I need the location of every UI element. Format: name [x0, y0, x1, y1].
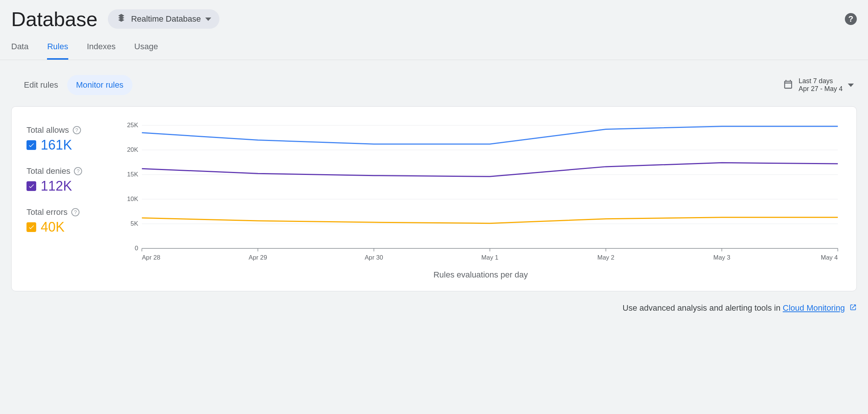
page-header: Database Realtime Database ? — [0, 0, 868, 31]
legend-denies-label: Total denies — [26, 166, 70, 176]
rules-chart: 05K10K15K20K25KApr 28Apr 29Apr 30May 1Ma… — [120, 122, 842, 263]
legend-errors: Total errors ? 40K — [26, 207, 112, 235]
svg-text:May 1: May 1 — [481, 254, 499, 261]
database-selector-label: Realtime Database — [131, 14, 201, 24]
subtab-edit-rules[interactable]: Edit rules — [15, 75, 67, 95]
svg-text:Apr 30: Apr 30 — [365, 254, 383, 261]
svg-text:10K: 10K — [127, 195, 139, 203]
calendar-icon — [783, 79, 793, 91]
svg-text:May 3: May 3 — [713, 254, 730, 261]
legend-allows-label: Total allows — [26, 125, 69, 135]
chart-area: 05K10K15K20K25KApr 28Apr 29Apr 30May 1Ma… — [120, 122, 842, 280]
subtab-monitor-rules[interactable]: Monitor rules — [67, 75, 132, 95]
chevron-down-icon — [848, 84, 854, 87]
page-title: Database — [11, 7, 97, 31]
svg-text:20K: 20K — [127, 146, 139, 153]
chart-x-axis-title: Rules evaluations per day — [120, 270, 842, 280]
database-selector[interactable]: Realtime Database — [108, 9, 219, 29]
svg-text:15K: 15K — [127, 171, 139, 178]
date-range-dates: Apr 27 - May 4 — [799, 85, 843, 93]
checkbox-errors[interactable] — [26, 222, 36, 232]
svg-text:0: 0 — [135, 245, 138, 252]
tab-data[interactable]: Data — [11, 42, 28, 60]
realtime-database-icon — [116, 13, 127, 25]
legend-denies: Total denies ? 112K — [26, 166, 112, 194]
footer-text: Use advanced analysis and alerting tools… — [622, 303, 783, 313]
tab-usage[interactable]: Usage — [134, 42, 158, 60]
monitor-rules-card: Total allows ? 161K Total denies ? 112K — [11, 106, 857, 291]
svg-text:Apr 28: Apr 28 — [142, 254, 160, 261]
checkbox-allows[interactable] — [26, 140, 36, 150]
legend-allows-value: 161K — [41, 137, 72, 153]
legend-errors-value: 40K — [41, 219, 65, 235]
svg-text:May 2: May 2 — [597, 254, 615, 261]
date-range-label: Last 7 days — [799, 77, 843, 85]
cloud-monitoring-link[interactable]: Cloud Monitoring — [783, 303, 845, 313]
chevron-down-icon — [205, 18, 211, 21]
tab-rules[interactable]: Rules — [47, 42, 68, 60]
main-tabs: Data Rules Indexes Usage — [0, 31, 868, 60]
footer-hint: Use advanced analysis and alerting tools… — [0, 295, 868, 322]
svg-text:25K: 25K — [127, 122, 139, 129]
legend-errors-label: Total errors — [26, 207, 68, 217]
legend-allows: Total allows ? 161K — [26, 125, 112, 153]
help-icon[interactable]: ? — [74, 167, 82, 175]
svg-text:5K: 5K — [131, 220, 138, 227]
chart-legend: Total allows ? 161K Total denies ? 112K — [26, 122, 112, 280]
external-link-icon — [849, 304, 857, 313]
help-icon[interactable]: ? — [71, 208, 79, 216]
tab-indexes[interactable]: Indexes — [87, 42, 116, 60]
rules-subtabs-row: Edit rules Monitor rules Last 7 days Apr… — [0, 60, 868, 103]
date-range-text: Last 7 days Apr 27 - May 4 — [799, 77, 843, 93]
checkbox-denies[interactable] — [26, 181, 36, 191]
svg-text:Apr 29: Apr 29 — [249, 254, 267, 261]
help-icon[interactable]: ? — [845, 13, 857, 25]
date-range-picker[interactable]: Last 7 days Apr 27 - May 4 — [783, 77, 857, 93]
help-icon[interactable]: ? — [73, 126, 81, 134]
svg-text:May 4: May 4 — [821, 254, 838, 261]
legend-denies-value: 112K — [41, 178, 72, 194]
